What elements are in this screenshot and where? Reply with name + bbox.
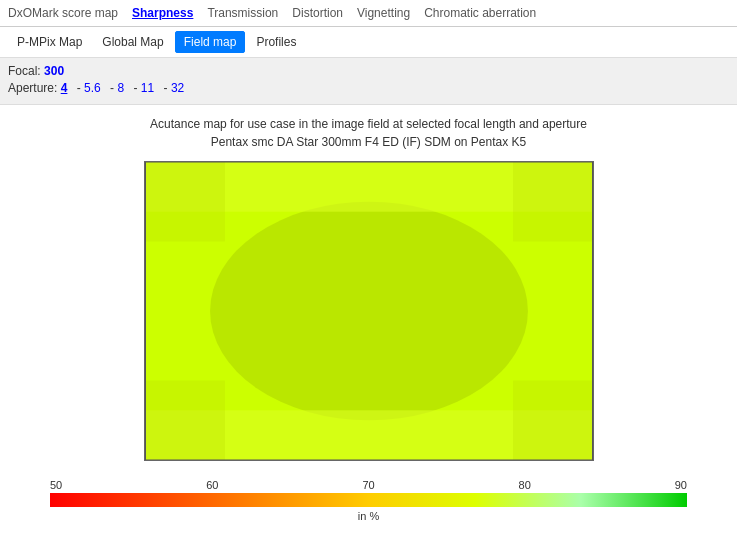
main-content: Acutance map for use case in the image f… (0, 105, 737, 532)
chart-title-line2: Pentax smc DA Star 300mm F4 ED (IF) SDM … (20, 133, 717, 151)
nav-dxomark-score-map[interactable]: DxOMark score map (8, 6, 118, 20)
legend-color-bar (50, 493, 687, 507)
aperture-separator-3: - (133, 81, 140, 95)
legend: 50 60 70 80 90 in % (20, 479, 717, 522)
aperture-row: Aperture: 4 - 5.6 - 8 - 11 - 32 (8, 81, 729, 95)
controls-panel: Focal: 300 Aperture: 4 - 5.6 - 8 - 11 - … (0, 58, 737, 105)
svg-rect-5 (513, 162, 592, 241)
aperture-56[interactable]: 5.6 (84, 81, 101, 95)
aperture-label: Aperture: (8, 81, 57, 95)
tab-pmpix-map[interactable]: P-MPix Map (8, 31, 91, 53)
aperture-11[interactable]: 11 (141, 81, 154, 95)
legend-label-80: 80 (519, 479, 531, 491)
legend-unit: in % (40, 510, 697, 522)
svg-rect-6 (145, 381, 224, 460)
focal-row: Focal: 300 (8, 64, 729, 78)
tab-field-map[interactable]: Field map (175, 31, 246, 53)
focal-value[interactable]: 300 (44, 64, 64, 78)
aperture-separator-4: - (164, 81, 171, 95)
nav-chromatic-aberration[interactable]: Chromatic aberration (424, 6, 536, 20)
sub-navigation: P-MPix Map Global Map Field map Profiles (0, 27, 737, 58)
nav-distortion[interactable]: Distortion (292, 6, 343, 20)
aperture-32[interactable]: 32 (171, 81, 184, 95)
focal-label: Focal: (8, 64, 41, 78)
svg-rect-7 (513, 381, 592, 460)
nav-transmission[interactable]: Transmission (207, 6, 278, 20)
legend-label-70: 70 (362, 479, 374, 491)
nav-vignetting[interactable]: Vignetting (357, 6, 410, 20)
top-navigation: DxOMark score map Sharpness Transmission… (0, 0, 737, 27)
chart-title: Acutance map for use case in the image f… (20, 115, 717, 151)
colormap-wrapper (20, 161, 717, 461)
aperture-4[interactable]: 4 (61, 81, 68, 95)
legend-label-60: 60 (206, 479, 218, 491)
legend-labels: 50 60 70 80 90 (40, 479, 697, 491)
colormap-container (144, 161, 594, 461)
aperture-8[interactable]: 8 (117, 81, 124, 95)
svg-rect-4 (145, 162, 224, 241)
legend-label-90: 90 (675, 479, 687, 491)
legend-bar-wrapper (40, 493, 697, 507)
svg-point-1 (210, 202, 528, 421)
chart-title-line1: Acutance map for use case in the image f… (20, 115, 717, 133)
acutance-map (144, 161, 594, 461)
nav-sharpness[interactable]: Sharpness (132, 6, 193, 20)
tab-global-map[interactable]: Global Map (93, 31, 172, 53)
tab-profiles[interactable]: Profiles (247, 31, 305, 53)
aperture-separator-1: - (77, 81, 84, 95)
legend-label-50: 50 (50, 479, 62, 491)
